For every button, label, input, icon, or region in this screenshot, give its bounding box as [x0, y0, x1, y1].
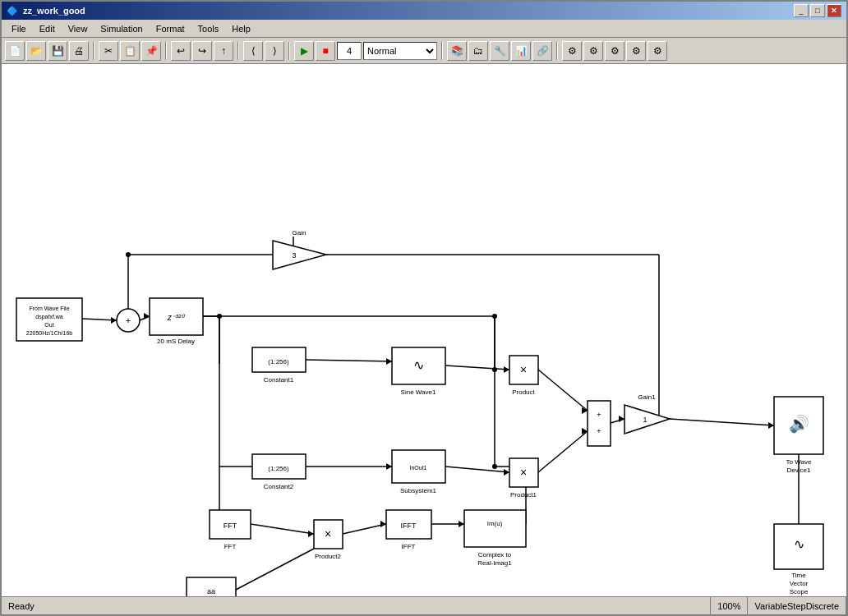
forward-button[interactable]: ⟩	[265, 41, 284, 61]
svg-text:🔊: 🔊	[789, 414, 809, 434]
menu-bar: File Edit View Simulation Format Tools H…	[2, 20, 846, 38]
status-zoom: 100%	[711, 597, 748, 614]
status-bar: Ready 100% VariableStepDiscrete	[2, 596, 846, 614]
redo-button[interactable]: ↪	[192, 41, 212, 61]
lib-browser-button[interactable]: 📚	[447, 41, 467, 61]
svg-line-16	[445, 467, 509, 472]
svg-rect-74	[392, 450, 445, 483]
svg-marker-34	[386, 358, 392, 365]
back-button[interactable]: ⟨	[243, 41, 263, 61]
svg-marker-33	[144, 313, 150, 319]
save-button[interactable]: 💾	[48, 41, 67, 61]
sim-mode-select[interactable]: Normal Accelerator Rapid Accelerator	[363, 42, 437, 60]
rtw2-button[interactable]: ⚙	[583, 41, 603, 61]
diagram-canvas[interactable]: 3 1 + + + From Wave File dspafxf.wa Out …	[2, 64, 846, 596]
up-button[interactable]: ↑	[214, 41, 233, 61]
status-solver: VariableStepDiscrete	[748, 597, 846, 614]
svg-rect-71	[252, 454, 306, 479]
diagram-svg: 3 1 + + + From Wave File dspafxf.wa Out …	[2, 64, 846, 596]
sim-time-input[interactable]: 4	[337, 42, 362, 60]
svg-marker-36	[386, 463, 392, 470]
menu-help[interactable]: Help	[225, 22, 257, 35]
svg-rect-59	[150, 298, 203, 335]
sep5	[441, 42, 443, 60]
undo-button[interactable]: ↩	[171, 41, 191, 61]
svg-text:Device1: Device1	[787, 467, 811, 474]
main-window: 🔷 zz_work_good _ □ ✕ File Edit View Simu…	[0, 0, 848, 616]
svg-line-22	[343, 524, 386, 534]
menu-simulation[interactable]: Simulation	[94, 22, 149, 35]
svg-text:FFT: FFT	[224, 543, 237, 550]
svg-rect-68	[509, 356, 538, 384]
svg-line-11	[306, 360, 392, 361]
rtw1-button[interactable]: ⚙	[562, 41, 582, 61]
close-button[interactable]: ✕	[827, 4, 841, 17]
svg-text:Gain: Gain	[293, 229, 306, 237]
svg-marker-37	[504, 469, 509, 476]
ready-label: Ready	[8, 601, 35, 611]
window-title: zz_work_good	[23, 6, 85, 16]
svg-text:InOut1: InOut1	[409, 465, 426, 471]
stop-button[interactable]: ■	[316, 41, 335, 61]
svg-text:∿: ∿	[413, 358, 424, 372]
print-button[interactable]: 🖨	[69, 41, 89, 61]
svg-marker-38	[582, 407, 588, 414]
rtw3-button[interactable]: ⚙	[605, 41, 624, 61]
minimize-button[interactable]: _	[794, 4, 809, 17]
linker-button[interactable]: 🔗	[532, 41, 552, 61]
svg-text:From Wave File: From Wave File	[29, 306, 69, 311]
svg-rect-54	[16, 298, 82, 341]
debugger-button[interactable]: 🔧	[490, 41, 509, 61]
svg-rect-62	[252, 347, 306, 372]
svg-rect-86	[386, 510, 431, 539]
profile-button[interactable]: 📊	[511, 41, 531, 61]
svg-line-21	[236, 549, 314, 590]
svg-marker-42	[308, 531, 314, 537]
cut-button[interactable]: ✂	[99, 41, 118, 61]
window-icon: 🔷	[7, 6, 18, 16]
zoom-label: 100%	[717, 601, 740, 611]
copy-button[interactable]: 📋	[120, 41, 140, 61]
svg-point-109	[492, 367, 497, 372]
svg-rect-51	[588, 401, 611, 446]
svg-rect-93	[187, 577, 236, 596]
menu-tools[interactable]: Tools	[191, 22, 226, 35]
rtw5-button[interactable]: ⚙	[648, 41, 667, 61]
svg-text:Constant1: Constant1	[264, 376, 294, 384]
sep6	[556, 42, 558, 60]
model-explorer-button[interactable]: 🗂	[468, 41, 488, 61]
svg-rect-77	[509, 458, 538, 487]
svg-marker-47	[624, 405, 670, 434]
svg-text:(1:256): (1:256)	[268, 358, 289, 365]
svg-text:20 mS Delay: 20 mS Delay	[157, 338, 195, 345]
svg-rect-80	[210, 510, 251, 539]
svg-text:IFFT: IFFT	[402, 543, 416, 550]
svg-marker-41	[768, 422, 774, 429]
solver-label: VariableStepDiscrete	[754, 601, 839, 611]
open-button[interactable]: 📂	[26, 41, 46, 61]
svg-text:Product1: Product1	[510, 491, 537, 499]
svg-text:×: ×	[325, 527, 331, 540]
svg-text:Product: Product	[512, 388, 535, 396]
status-ready: Ready	[2, 597, 711, 614]
sep3	[237, 42, 239, 60]
svg-text:IFFT: IFFT	[401, 522, 417, 530]
rtw4-button[interactable]: ⚙	[626, 41, 646, 61]
menu-format[interactable]: Format	[150, 22, 191, 35]
svg-rect-83	[314, 520, 343, 549]
play-button[interactable]: ▶	[294, 41, 314, 61]
svg-text:Constant2: Constant2	[264, 483, 294, 490]
svg-text:22050Hz/1Ch/16b: 22050Hz/1Ch/16b	[26, 330, 73, 336]
new-button[interactable]: 📄	[5, 41, 25, 61]
menu-edit[interactable]: Edit	[33, 22, 62, 35]
paste-button[interactable]: 📌	[141, 41, 161, 61]
svg-text:Scope: Scope	[790, 588, 809, 595]
svg-rect-89	[464, 510, 526, 547]
svg-text:Time: Time	[791, 572, 806, 579]
svg-text:∿: ∿	[794, 537, 804, 551]
menu-file[interactable]: File	[5, 22, 33, 35]
menu-view[interactable]: View	[62, 22, 94, 35]
maximize-button[interactable]: □	[810, 4, 825, 17]
title-bar-controls: _ □ ✕	[794, 4, 841, 17]
svg-line-20	[251, 524, 314, 534]
